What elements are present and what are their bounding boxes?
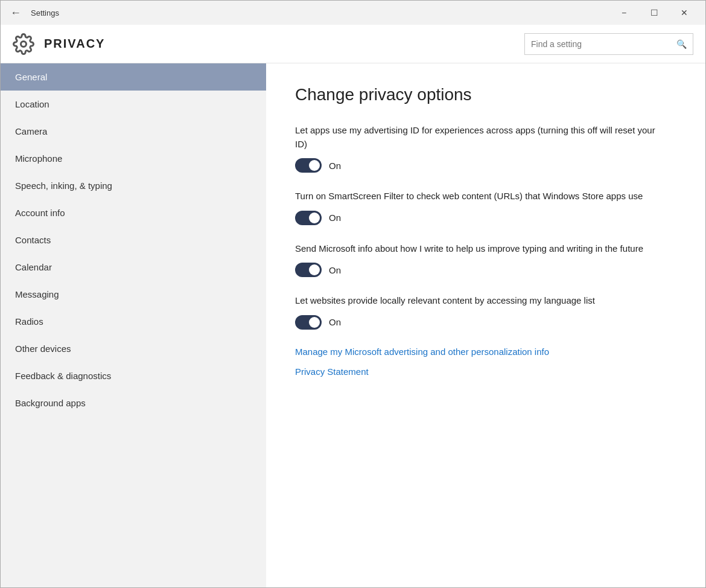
app-header-left: PRIVACY	[13, 33, 105, 55]
setting-advertising-id-toggle-row: On	[295, 158, 676, 173]
setting-typing-info: Send Microsoft info about how I write to…	[295, 242, 676, 278]
svg-point-0	[21, 41, 27, 46]
setting-language-list-description: Let websites provide locally relevant co…	[295, 294, 657, 308]
search-box[interactable]: 🔍	[524, 33, 693, 55]
setting-typing-info-toggle-row: On	[295, 263, 676, 277]
close-button[interactable]: ✕	[670, 3, 698, 22]
toggle-typing-info[interactable]	[295, 263, 322, 277]
app-title: PRIVACY	[44, 37, 105, 51]
sidebar-item-general[interactable]: General	[1, 63, 266, 91]
sidebar-item-speech[interactable]: Speech, inking, & typing	[1, 172, 266, 199]
toggle-language-list-label: On	[329, 317, 341, 327]
toggle-smartscreen-knob	[309, 213, 320, 223]
links-section: Manage my Microsoft advertising and othe…	[295, 347, 676, 377]
sidebar-item-account[interactable]: Account info	[1, 199, 266, 226]
setting-advertising-id-description: Let apps use my advertising ID for exper…	[295, 124, 657, 151]
title-bar-title: Settings	[31, 8, 59, 18]
sidebar-item-background[interactable]: Background apps	[1, 389, 266, 417]
toggle-advertising-id[interactable]	[295, 158, 322, 173]
sidebar-item-location[interactable]: Location	[1, 91, 266, 118]
sidebar-item-contacts[interactable]: Contacts	[1, 226, 266, 254]
sidebar-item-other-devices[interactable]: Other devices	[1, 335, 266, 362]
content-area: Change privacy options Let apps use my a…	[266, 63, 705, 587]
gear-icon	[13, 33, 34, 55]
setting-language-list-toggle-row: On	[295, 315, 676, 330]
main-area: General Location Camera Microphone Speec…	[1, 63, 705, 587]
sidebar-item-radios[interactable]: Radios	[1, 308, 266, 335]
setting-smartscreen: Turn on SmartScreen Filter to check web …	[295, 190, 676, 225]
privacy-statement-link[interactable]: Privacy Statement	[295, 366, 676, 377]
sidebar-item-camera[interactable]: Camera	[1, 118, 266, 145]
toggle-smartscreen[interactable]	[295, 211, 322, 225]
sidebar-item-microphone[interactable]: Microphone	[1, 145, 266, 172]
search-input[interactable]	[531, 39, 676, 49]
sidebar-item-messaging[interactable]: Messaging	[1, 281, 266, 308]
maximize-button[interactable]: ☐	[640, 3, 668, 22]
sidebar-item-feedback[interactable]: Feedback & diagnostics	[1, 362, 266, 389]
search-icon: 🔍	[676, 39, 687, 49]
setting-language-list: Let websites provide locally relevant co…	[295, 294, 676, 330]
app-header: PRIVACY 🔍	[1, 25, 705, 63]
toggle-advertising-id-label: On	[329, 161, 341, 171]
setting-advertising-id: Let apps use my advertising ID for exper…	[295, 124, 676, 173]
manage-advertising-link[interactable]: Manage my Microsoft advertising and othe…	[295, 347, 676, 357]
minimize-button[interactable]: −	[610, 3, 638, 22]
toggle-typing-info-knob	[309, 264, 320, 275]
back-button[interactable]: ←	[8, 4, 24, 22]
sidebar-item-calendar[interactable]: Calendar	[1, 254, 266, 281]
toggle-language-list[interactable]	[295, 315, 322, 330]
setting-smartscreen-description: Turn on SmartScreen Filter to check web …	[295, 190, 657, 203]
sidebar: General Location Camera Microphone Speec…	[1, 63, 266, 587]
setting-smartscreen-toggle-row: On	[295, 211, 676, 225]
title-bar: ← Settings − ☐ ✕	[1, 1, 705, 25]
toggle-language-list-knob	[309, 317, 320, 328]
title-bar-left: ← Settings	[8, 4, 59, 22]
toggle-smartscreen-label: On	[329, 213, 341, 223]
content-title: Change privacy options	[295, 85, 676, 104]
toggle-advertising-id-knob	[309, 160, 320, 171]
toggle-typing-info-label: On	[329, 265, 341, 275]
title-bar-controls: − ☐ ✕	[610, 3, 698, 22]
setting-typing-info-description: Send Microsoft info about how I write to…	[295, 242, 657, 256]
